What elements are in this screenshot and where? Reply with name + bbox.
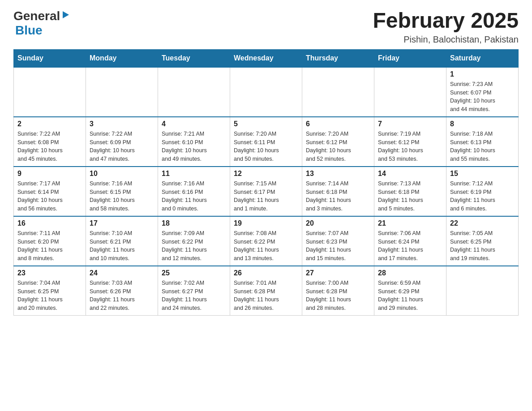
calendar-cell (446, 266, 519, 316)
day-number: 25 (162, 269, 226, 277)
day-number: 14 (378, 170, 442, 178)
calendar-cell (230, 67, 302, 117)
calendar-cell (374, 67, 446, 117)
calendar-cell: 11Sunrise: 7:16 AM Sunset: 6:16 PM Dayli… (158, 167, 230, 216)
calendar-cell: 1Sunrise: 7:23 AM Sunset: 6:07 PM Daylig… (446, 67, 519, 117)
day-info: Sunrise: 7:00 AM Sunset: 6:28 PM Dayligh… (306, 279, 370, 313)
day-info: Sunrise: 7:21 AM Sunset: 6:10 PM Dayligh… (162, 130, 226, 163)
logo-blue-text: Blue (15, 23, 43, 37)
calendar-cell: 18Sunrise: 7:09 AM Sunset: 6:22 PM Dayli… (158, 216, 230, 266)
calendar-week-row: 16Sunrise: 7:11 AM Sunset: 6:20 PM Dayli… (14, 216, 519, 266)
month-year-title: February 2025 (373, 9, 519, 33)
calendar-cell: 16Sunrise: 7:11 AM Sunset: 6:20 PM Dayli… (14, 216, 86, 266)
logo: General Blue (13, 9, 71, 38)
day-number: 7 (378, 120, 442, 128)
calendar-cell: 5Sunrise: 7:20 AM Sunset: 6:11 PM Daylig… (230, 117, 302, 167)
day-number: 28 (378, 269, 442, 277)
calendar-cell: 24Sunrise: 7:03 AM Sunset: 6:26 PM Dayli… (86, 266, 158, 316)
day-info: Sunrise: 7:20 AM Sunset: 6:11 PM Dayligh… (234, 130, 298, 163)
day-number: 18 (162, 219, 226, 227)
logo-arrow-icon (61, 10, 71, 20)
calendar-cell: 9Sunrise: 7:17 AM Sunset: 6:14 PM Daylig… (14, 167, 86, 216)
calendar-cell: 3Sunrise: 7:22 AM Sunset: 6:09 PM Daylig… (86, 117, 158, 167)
calendar-week-row: 2Sunrise: 7:22 AM Sunset: 6:08 PM Daylig… (14, 117, 519, 167)
col-header-wednesday: Wednesday (230, 49, 302, 67)
day-number: 6 (306, 120, 370, 128)
calendar-week-row: 23Sunrise: 7:04 AM Sunset: 6:25 PM Dayli… (14, 266, 519, 316)
day-number: 21 (378, 219, 442, 227)
day-info: Sunrise: 7:22 AM Sunset: 6:09 PM Dayligh… (90, 130, 154, 163)
day-number: 13 (306, 170, 370, 178)
col-header-thursday: Thursday (302, 49, 374, 67)
day-number: 1 (450, 70, 515, 78)
day-info: Sunrise: 7:17 AM Sunset: 6:14 PM Dayligh… (17, 180, 82, 213)
day-number: 10 (90, 170, 154, 178)
day-number: 11 (162, 170, 226, 178)
day-number: 5 (234, 120, 298, 128)
day-info: Sunrise: 7:09 AM Sunset: 6:22 PM Dayligh… (162, 229, 226, 263)
day-info: Sunrise: 7:18 AM Sunset: 6:13 PM Dayligh… (450, 130, 515, 163)
calendar-cell: 13Sunrise: 7:14 AM Sunset: 6:18 PM Dayli… (302, 167, 374, 216)
day-number: 22 (450, 219, 515, 227)
day-info: Sunrise: 7:08 AM Sunset: 6:22 PM Dayligh… (234, 229, 298, 263)
calendar-cell: 15Sunrise: 7:12 AM Sunset: 6:19 PM Dayli… (446, 167, 519, 216)
day-info: Sunrise: 6:59 AM Sunset: 6:29 PM Dayligh… (378, 279, 442, 313)
day-number: 17 (90, 219, 154, 227)
day-info: Sunrise: 7:20 AM Sunset: 6:12 PM Dayligh… (306, 130, 370, 163)
day-number: 26 (234, 269, 298, 277)
day-info: Sunrise: 7:16 AM Sunset: 6:16 PM Dayligh… (162, 180, 226, 213)
day-info: Sunrise: 7:03 AM Sunset: 6:26 PM Dayligh… (90, 279, 154, 313)
calendar-cell (302, 67, 374, 117)
calendar-cell: 26Sunrise: 7:01 AM Sunset: 6:28 PM Dayli… (230, 266, 302, 316)
day-info: Sunrise: 7:11 AM Sunset: 6:20 PM Dayligh… (17, 229, 82, 263)
calendar-cell (158, 67, 230, 117)
calendar-cell: 20Sunrise: 7:07 AM Sunset: 6:23 PM Dayli… (302, 216, 374, 266)
day-info: Sunrise: 7:07 AM Sunset: 6:23 PM Dayligh… (306, 229, 370, 263)
day-number: 19 (234, 219, 298, 227)
day-info: Sunrise: 7:06 AM Sunset: 6:24 PM Dayligh… (378, 229, 442, 263)
calendar-cell: 17Sunrise: 7:10 AM Sunset: 6:21 PM Dayli… (86, 216, 158, 266)
calendar-week-row: 9Sunrise: 7:17 AM Sunset: 6:14 PM Daylig… (14, 167, 519, 216)
day-info: Sunrise: 7:14 AM Sunset: 6:18 PM Dayligh… (306, 180, 370, 213)
day-number: 8 (450, 120, 515, 128)
col-header-monday: Monday (86, 49, 158, 67)
col-header-sunday: Sunday (14, 49, 86, 67)
day-number: 24 (90, 269, 154, 277)
calendar-week-row: 1Sunrise: 7:23 AM Sunset: 6:07 PM Daylig… (14, 67, 519, 117)
day-info: Sunrise: 7:23 AM Sunset: 6:07 PM Dayligh… (450, 80, 515, 114)
calendar-cell: 27Sunrise: 7:00 AM Sunset: 6:28 PM Dayli… (302, 266, 374, 316)
calendar-cell: 6Sunrise: 7:20 AM Sunset: 6:12 PM Daylig… (302, 117, 374, 167)
calendar-cell: 28Sunrise: 6:59 AM Sunset: 6:29 PM Dayli… (374, 266, 446, 316)
day-info: Sunrise: 7:01 AM Sunset: 6:28 PM Dayligh… (234, 279, 298, 313)
day-number: 15 (450, 170, 515, 178)
day-number: 20 (306, 219, 370, 227)
day-number: 3 (90, 120, 154, 128)
day-number: 12 (234, 170, 298, 178)
day-number: 23 (17, 269, 82, 277)
calendar-header-row: SundayMondayTuesdayWednesdayThursdayFrid… (14, 49, 519, 67)
location-subtitle: Pishin, Balochistan, Pakistan (373, 34, 519, 45)
day-info: Sunrise: 7:19 AM Sunset: 6:12 PM Dayligh… (378, 130, 442, 163)
calendar-cell: 25Sunrise: 7:02 AM Sunset: 6:27 PM Dayli… (158, 266, 230, 316)
col-header-saturday: Saturday (446, 49, 519, 67)
day-info: Sunrise: 7:16 AM Sunset: 6:15 PM Dayligh… (90, 180, 154, 213)
calendar-table: SundayMondayTuesdayWednesdayThursdayFrid… (13, 49, 519, 316)
calendar-cell: 10Sunrise: 7:16 AM Sunset: 6:15 PM Dayli… (86, 167, 158, 216)
day-number: 9 (17, 170, 82, 178)
calendar-cell: 7Sunrise: 7:19 AM Sunset: 6:12 PM Daylig… (374, 117, 446, 167)
day-info: Sunrise: 7:04 AM Sunset: 6:25 PM Dayligh… (17, 279, 82, 313)
calendar-cell: 19Sunrise: 7:08 AM Sunset: 6:22 PM Dayli… (230, 216, 302, 266)
calendar-cell (14, 67, 86, 117)
page-header: General Blue February 2025 Pishin, Baloc… (13, 9, 519, 45)
calendar-cell: 14Sunrise: 7:13 AM Sunset: 6:18 PM Dayli… (374, 167, 446, 216)
calendar-cell: 4Sunrise: 7:21 AM Sunset: 6:10 PM Daylig… (158, 117, 230, 167)
day-number: 16 (17, 219, 82, 227)
day-info: Sunrise: 7:02 AM Sunset: 6:27 PM Dayligh… (162, 279, 226, 313)
day-number: 4 (162, 120, 226, 128)
svg-marker-0 (63, 11, 69, 18)
day-number: 2 (17, 120, 82, 128)
calendar-cell: 21Sunrise: 7:06 AM Sunset: 6:24 PM Dayli… (374, 216, 446, 266)
col-header-friday: Friday (374, 49, 446, 67)
col-header-tuesday: Tuesday (158, 49, 230, 67)
day-info: Sunrise: 7:15 AM Sunset: 6:17 PM Dayligh… (234, 180, 298, 213)
